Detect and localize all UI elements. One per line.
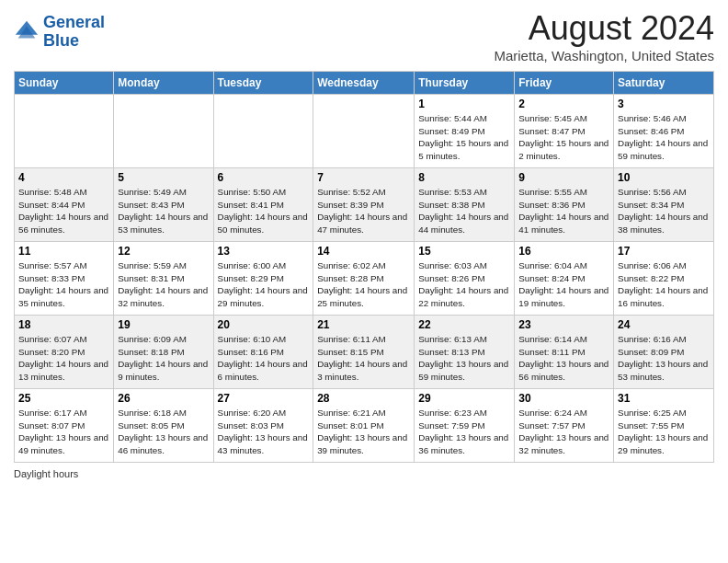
day-info: Sunrise: 6:16 AM Sunset: 8:09 PM Dayligh…	[618, 333, 710, 384]
col-header-thursday: Thursday	[415, 72, 515, 95]
day-info: Sunrise: 5:49 AM Sunset: 8:43 PM Dayligh…	[118, 186, 209, 236]
day-cell: 25Sunrise: 6:17 AM Sunset: 8:07 PM Dayli…	[15, 389, 114, 463]
day-number: 27	[218, 392, 310, 405]
day-info: Sunrise: 5:57 AM Sunset: 8:33 PM Dayligh…	[18, 259, 109, 310]
day-cell	[313, 95, 415, 168]
day-info: Sunrise: 6:09 AM Sunset: 8:18 PM Dayligh…	[118, 333, 209, 384]
day-cell: 14Sunrise: 6:02 AM Sunset: 8:28 PM Dayli…	[313, 242, 415, 316]
day-number: 6	[218, 171, 310, 184]
col-header-tuesday: Tuesday	[213, 72, 313, 95]
day-cell: 15Sunrise: 6:03 AM Sunset: 8:26 PM Dayli…	[415, 242, 515, 316]
day-cell: 12Sunrise: 5:59 AM Sunset: 8:31 PM Dayli…	[114, 242, 213, 316]
day-info: Sunrise: 6:25 AM Sunset: 7:55 PM Dayligh…	[618, 407, 710, 457]
day-info: Sunrise: 5:46 AM Sunset: 8:46 PM Dayligh…	[618, 112, 710, 163]
day-number: 24	[618, 318, 710, 331]
day-cell: 24Sunrise: 6:16 AM Sunset: 8:09 PM Dayli…	[614, 316, 714, 389]
day-info: Sunrise: 6:17 AM Sunset: 8:07 PM Dayligh…	[18, 407, 109, 457]
day-cell: 9Sunrise: 5:55 AM Sunset: 8:36 PM Daylig…	[515, 168, 614, 242]
day-cell: 22Sunrise: 6:13 AM Sunset: 8:13 PM Dayli…	[415, 316, 515, 389]
day-info: Sunrise: 5:52 AM Sunset: 8:39 PM Dayligh…	[317, 186, 410, 236]
day-info: Sunrise: 5:53 AM Sunset: 8:38 PM Dayligh…	[418, 186, 510, 236]
day-number: 22	[418, 318, 510, 331]
col-header-friday: Friday	[515, 72, 614, 95]
day-info: Sunrise: 6:13 AM Sunset: 8:13 PM Dayligh…	[418, 333, 510, 384]
day-info: Sunrise: 6:03 AM Sunset: 8:26 PM Dayligh…	[418, 259, 510, 310]
day-number: 15	[418, 245, 510, 258]
day-number: 13	[218, 245, 310, 258]
day-info: Sunrise: 6:20 AM Sunset: 8:03 PM Dayligh…	[218, 407, 310, 457]
day-number: 23	[518, 318, 609, 331]
day-info: Sunrise: 6:00 AM Sunset: 8:29 PM Dayligh…	[218, 259, 310, 310]
day-number: 17	[618, 245, 710, 258]
day-cell: 23Sunrise: 6:14 AM Sunset: 8:11 PM Dayli…	[515, 316, 614, 389]
day-number: 14	[317, 245, 410, 258]
day-cell	[213, 95, 313, 168]
day-cell: 16Sunrise: 6:04 AM Sunset: 8:24 PM Dayli…	[515, 242, 614, 316]
day-number: 3	[618, 98, 710, 110]
day-info: Sunrise: 5:45 AM Sunset: 8:47 PM Dayligh…	[518, 112, 609, 163]
day-number: 5	[118, 171, 209, 184]
day-cell: 28Sunrise: 6:21 AM Sunset: 8:01 PM Dayli…	[313, 389, 415, 463]
week-row-5: 25Sunrise: 6:17 AM Sunset: 8:07 PM Dayli…	[15, 389, 714, 463]
day-number: 9	[518, 171, 609, 184]
day-number: 11	[18, 245, 109, 258]
day-cell: 29Sunrise: 6:23 AM Sunset: 7:59 PM Dayli…	[415, 389, 515, 463]
day-info: Sunrise: 5:48 AM Sunset: 8:44 PM Dayligh…	[18, 186, 109, 236]
day-cell: 26Sunrise: 6:18 AM Sunset: 8:05 PM Dayli…	[114, 389, 213, 463]
day-number: 16	[518, 245, 609, 258]
day-number: 31	[618, 392, 710, 405]
col-header-sunday: Sunday	[15, 72, 114, 95]
day-info: Sunrise: 6:18 AM Sunset: 8:05 PM Dayligh…	[118, 407, 209, 457]
day-info: Sunrise: 6:24 AM Sunset: 7:57 PM Dayligh…	[518, 407, 609, 457]
day-cell: 31Sunrise: 6:25 AM Sunset: 7:55 PM Dayli…	[614, 389, 714, 463]
day-info: Sunrise: 6:07 AM Sunset: 8:20 PM Dayligh…	[18, 333, 109, 384]
day-cell: 27Sunrise: 6:20 AM Sunset: 8:03 PM Dayli…	[213, 389, 313, 463]
footer-note: Daylight hours	[14, 468, 714, 479]
day-cell: 7Sunrise: 5:52 AM Sunset: 8:39 PM Daylig…	[313, 168, 415, 242]
day-number: 21	[317, 318, 410, 331]
day-cell: 6Sunrise: 5:50 AM Sunset: 8:41 PM Daylig…	[213, 168, 313, 242]
week-row-2: 4Sunrise: 5:48 AM Sunset: 8:44 PM Daylig…	[15, 168, 714, 242]
day-info: Sunrise: 6:21 AM Sunset: 8:01 PM Dayligh…	[317, 407, 410, 457]
day-number: 25	[18, 392, 109, 405]
day-cell	[114, 95, 213, 168]
day-number: 19	[118, 318, 209, 331]
day-cell: 5Sunrise: 5:49 AM Sunset: 8:43 PM Daylig…	[114, 168, 213, 242]
day-cell: 2Sunrise: 5:45 AM Sunset: 8:47 PM Daylig…	[515, 95, 614, 168]
day-cell: 13Sunrise: 6:00 AM Sunset: 8:29 PM Dayli…	[213, 242, 313, 316]
day-number: 8	[418, 171, 510, 184]
day-cell: 21Sunrise: 6:11 AM Sunset: 8:15 PM Dayli…	[313, 316, 415, 389]
week-row-1: 1Sunrise: 5:44 AM Sunset: 8:49 PM Daylig…	[15, 95, 714, 168]
day-cell: 8Sunrise: 5:53 AM Sunset: 8:38 PM Daylig…	[415, 168, 515, 242]
logo-line1: General	[43, 14, 105, 32]
day-info: Sunrise: 6:02 AM Sunset: 8:28 PM Dayligh…	[317, 259, 410, 310]
day-number: 26	[118, 392, 209, 405]
col-header-monday: Monday	[114, 72, 213, 95]
day-cell: 4Sunrise: 5:48 AM Sunset: 8:44 PM Daylig…	[15, 168, 114, 242]
day-info: Sunrise: 6:14 AM Sunset: 8:11 PM Dayligh…	[518, 333, 609, 384]
calendar-table: SundayMondayTuesdayWednesdayThursdayFrid…	[14, 71, 714, 463]
day-cell: 30Sunrise: 6:24 AM Sunset: 7:57 PM Dayli…	[515, 389, 614, 463]
day-info: Sunrise: 6:11 AM Sunset: 8:15 PM Dayligh…	[317, 333, 410, 384]
col-header-wednesday: Wednesday	[313, 72, 415, 95]
day-info: Sunrise: 6:10 AM Sunset: 8:16 PM Dayligh…	[218, 333, 310, 384]
title-area: August 2024 Marietta, Washington, United…	[494, 9, 714, 63]
day-info: Sunrise: 6:06 AM Sunset: 8:22 PM Dayligh…	[618, 259, 710, 310]
day-cell: 1Sunrise: 5:44 AM Sunset: 8:49 PM Daylig…	[415, 95, 515, 168]
week-row-4: 18Sunrise: 6:07 AM Sunset: 8:20 PM Dayli…	[15, 316, 714, 389]
day-number: 30	[518, 392, 609, 405]
day-cell: 10Sunrise: 5:56 AM Sunset: 8:34 PM Dayli…	[614, 168, 714, 242]
day-info: Sunrise: 5:56 AM Sunset: 8:34 PM Dayligh…	[618, 186, 710, 236]
logo-line2: Blue	[43, 32, 105, 51]
day-cell: 3Sunrise: 5:46 AM Sunset: 8:46 PM Daylig…	[614, 95, 714, 168]
day-number: 2	[518, 98, 609, 110]
day-number: 20	[218, 318, 310, 331]
day-number: 29	[418, 392, 510, 405]
day-number: 18	[18, 318, 109, 331]
week-row-3: 11Sunrise: 5:57 AM Sunset: 8:33 PM Dayli…	[15, 242, 714, 316]
day-info: Sunrise: 5:44 AM Sunset: 8:49 PM Dayligh…	[418, 112, 510, 163]
day-number: 1	[418, 98, 510, 110]
day-number: 4	[18, 171, 109, 184]
day-number: 12	[118, 245, 209, 258]
header-row: SundayMondayTuesdayWednesdayThursdayFrid…	[15, 72, 714, 95]
